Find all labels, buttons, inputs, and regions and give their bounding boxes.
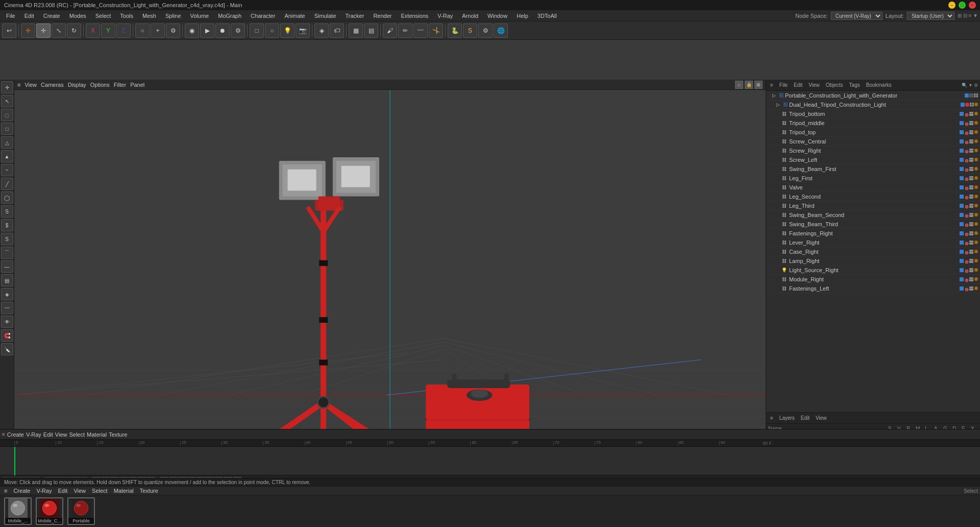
menu-volume[interactable]: Volume [186,12,213,20]
obj-menu-file[interactable]: File [777,82,790,88]
mat-menu-texture[interactable]: Texture [138,488,160,494]
obj-render-red[interactable] [965,103,969,107]
pref-button[interactable]: ⚙ [478,23,493,38]
tl-menu-view[interactable]: View [55,432,67,438]
obj-row-module_right[interactable]: ⛓ Module_Right [766,275,980,284]
mat-menu-material[interactable]: Material [112,488,136,494]
obj-render[interactable] [965,112,969,116]
render-settings-button[interactable]: ⚙ [166,23,180,38]
light-button[interactable]: 💡 [280,23,295,38]
obj-row-valve[interactable]: ⛓ Valve [766,183,980,192]
obj-vis[interactable] [960,176,964,180]
obj-render[interactable] [965,149,969,153]
layers-menu-layers[interactable]: Layers [777,415,797,421]
obj-row-tripod_bottom[interactable]: ⛓ Tripod_bottom [766,109,980,118]
obj-menu-toggle[interactable]: ≡ [768,82,775,88]
menu-simulate[interactable]: Simulate [310,12,340,20]
menu-mesh[interactable]: Mesh [138,12,160,20]
vp-icon-home[interactable]: ⌂ [735,81,743,89]
vp-menu-display[interactable]: Display [68,82,86,88]
obj-vis[interactable] [960,121,964,125]
terrain2-button[interactable]: ▤ [364,23,378,38]
mat-menu-edit[interactable]: Edit [56,488,69,494]
tool-sculpt[interactable]: ◈ [1,288,13,300]
tool-dollar[interactable]: $ [1,219,13,231]
tl-menu-texture[interactable]: Texture [109,432,127,438]
tool-s2[interactable]: S [1,233,13,245]
obj-render[interactable] [965,195,969,199]
play-button[interactable]: ▶ [200,23,214,38]
obj-render[interactable] [965,286,969,291]
mat-menu-toggle[interactable]: ≡ [2,488,9,494]
vp-icon-expand[interactable]: ⊞ [754,81,763,89]
character-button[interactable]: 🤸 [429,23,443,38]
obj-row-leg_third[interactable]: ⛓ Leg_Third [766,201,980,210]
object-mode-button[interactable]: ○ [135,23,150,38]
obj-menu-objects[interactable]: Objects [824,82,845,88]
tl-menu-vray[interactable]: V-Ray [26,432,41,438]
obj-render[interactable] [965,222,969,226]
obj-vis[interactable] [960,195,964,199]
menu-animate[interactable]: Animate [280,12,309,20]
obj-render[interactable] [965,231,969,235]
menu-extensions[interactable]: Extensions [397,12,432,20]
tool-polygon[interactable]: △ [1,136,13,149]
obj-vis[interactable] [960,231,964,235]
obj-vis[interactable] [960,277,964,281]
obj-menu-bookmarks[interactable]: Bookmarks [864,82,894,88]
web-button[interactable]: 🌐 [494,23,508,38]
python-button[interactable]: 🐍 [448,23,462,38]
tool-line[interactable]: ╱ [1,178,13,190]
obj-render[interactable] [965,250,969,254]
vp-menu-filter[interactable]: Filter [114,82,126,88]
obj-row-fastenings_left[interactable]: ⛓ Fastenings_Left [766,284,980,293]
obj-render[interactable] [965,213,969,217]
obj-row-swing_beam_first[interactable]: ⛓ Swing_Beam_First [766,164,980,174]
obj-render[interactable] [965,176,969,180]
obj-render[interactable] [965,130,969,134]
tool-measure[interactable]: S [1,205,13,218]
script-button[interactable]: S [463,23,477,38]
obj-menu-tags[interactable]: Tags [847,82,862,88]
menu-mograph[interactable]: MoGraph [214,12,246,20]
vp-menu-panel[interactable]: Panel [130,82,144,88]
vp-menu-cameras[interactable]: Cameras [41,82,64,88]
tool-knife[interactable]: 🔪 [1,343,13,355]
menu-arnold[interactable]: Arnold [458,12,482,20]
material-thumb-3[interactable]: Portable [67,497,95,525]
new-object-button[interactable]: + [151,23,165,38]
layers-menu-toggle[interactable]: ≡ [768,415,775,421]
menu-3dtoall[interactable]: 3DToAll [533,12,561,20]
vp-menu-view[interactable]: View [24,82,37,88]
rotate-button[interactable]: ↻ [67,23,81,38]
menu-select[interactable]: Select [91,12,115,20]
hair-button[interactable]: 〰 [413,23,428,38]
obj-row-screw_right[interactable]: ⛓ Screw_Right [766,146,980,155]
tl-menu-toggle[interactable]: ≡ [2,432,5,437]
obj-vis[interactable] [960,250,964,254]
record-button[interactable]: ⏺ [215,23,230,38]
x-axis-button[interactable]: X [86,23,100,38]
obj-render[interactable] [965,268,969,272]
mat-menu-view[interactable]: View [71,488,88,494]
menu-file[interactable]: File [2,12,19,20]
tool-paint[interactable]: ▲ [1,150,13,162]
layers-menu-view[interactable]: View [814,415,829,421]
layers-menu-edit[interactable]: Edit [799,415,812,421]
menu-vray[interactable]: V-Ray [433,12,457,20]
obj-vis[interactable] [960,139,964,143]
mat-menu-vray[interactable]: V-Ray [34,488,54,494]
obj-vis[interactable] [960,130,964,134]
tl-menu-create[interactable]: Create [7,432,24,438]
y-axis-button[interactable]: Y [101,23,115,38]
tool-select[interactable]: ↖ [1,95,13,107]
mat-menu-create[interactable]: Create [11,488,32,494]
obj-vis[interactable] [960,268,964,272]
maximize-button[interactable]: □ [959,2,966,9]
camera-button[interactable]: 📷 [296,23,310,38]
minimize-button[interactable]: – [948,2,955,9]
obj-render[interactable] [965,259,969,263]
obj-vis[interactable] [960,185,964,189]
tl-menu-material[interactable]: Material [87,432,107,438]
tool-box[interactable]: □ [1,123,13,135]
